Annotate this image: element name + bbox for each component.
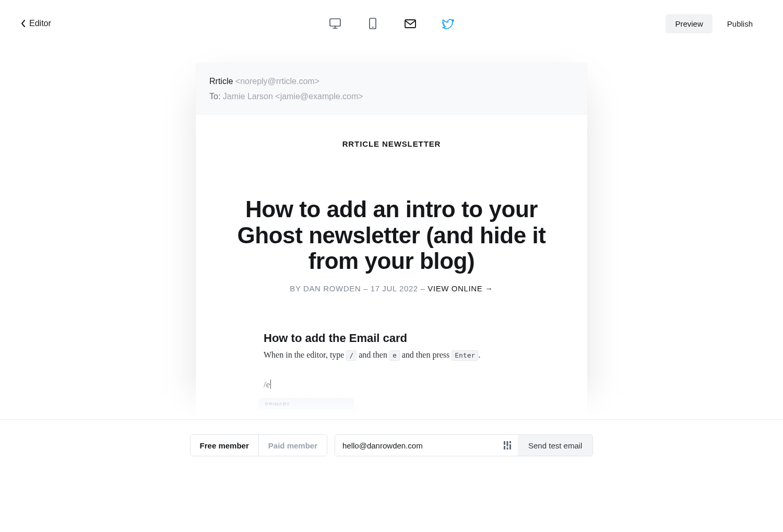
mail-icon: [404, 18, 417, 29]
editor-label: Editor: [29, 19, 51, 28]
svg-rect-10: [509, 441, 511, 443]
back-to-editor[interactable]: Editor: [21, 19, 51, 28]
svg-rect-8: [507, 441, 508, 446]
email-envelope-header: Rrticle <noreply@rrticle.com> To: Jamie …: [196, 63, 587, 114]
chevron-left-icon: [21, 20, 26, 27]
kbd-enter: Enter: [452, 350, 478, 361]
svg-rect-6: [504, 441, 505, 445]
free-member-toggle[interactable]: Free member: [191, 435, 258, 456]
from-address: <noreply@rrticle.com>: [235, 77, 319, 86]
email-body: RRTICLE NEWSLETTER How to add an intro t…: [196, 114, 587, 419]
post-title: How to add an intro to your Ghost newsle…: [231, 196, 552, 274]
svg-rect-9: [507, 447, 508, 450]
twitter-icon: [442, 18, 454, 29]
desktop-preview-button[interactable]: [329, 17, 341, 30]
send-test-email-button[interactable]: Send test email: [518, 435, 592, 456]
email-content: How to add the Email card When in the ed…: [264, 332, 519, 416]
slash-command-text: /e: [264, 380, 519, 390]
from-row: Rrticle <noreply@rrticle.com>: [209, 74, 574, 88]
preview-mode-switcher: [329, 17, 454, 30]
publish-button[interactable]: Publish: [718, 14, 762, 33]
slash-command-dropdown[interactable]: PRIMARY: [259, 398, 353, 416]
preview-stage: Rrticle <noreply@rrticle.com> To: Jamie …: [0, 47, 783, 419]
preview-button[interactable]: Preview: [666, 14, 712, 33]
svg-rect-11: [509, 444, 511, 450]
para-seg-a: When in the editor, type: [264, 350, 346, 359]
kbd-slash: /: [346, 350, 357, 361]
content-heading: How to add the Email card: [264, 332, 519, 345]
password-manager-icon[interactable]: [497, 435, 518, 456]
test-email-form: Send test email: [335, 434, 593, 456]
para-seg-d: .: [478, 350, 480, 359]
para-seg-c: and then press: [400, 350, 452, 359]
from-name: Rrticle: [209, 77, 233, 86]
to-label: To:: [209, 92, 220, 101]
mobile-preview-button[interactable]: [366, 17, 379, 30]
newsletter-title: RRTICLE NEWSLETTER: [226, 139, 557, 148]
svg-rect-5: [405, 20, 416, 28]
to-row: To: Jamie Larson <jamie@example.com>: [209, 89, 574, 103]
svg-rect-0: [330, 19, 340, 26]
onepassword-icon: [504, 441, 511, 450]
byline-text: BY DAN ROWDEN – 17 JUL 2022 –: [290, 284, 428, 293]
social-preview-button[interactable]: [442, 17, 454, 30]
svg-rect-7: [504, 446, 505, 450]
email-preview-button[interactable]: [404, 17, 417, 30]
byline: BY DAN ROWDEN – 17 JUL 2022 – VIEW ONLIN…: [226, 284, 557, 293]
email-preview-card: Rrticle <noreply@rrticle.com> To: Jamie …: [196, 63, 587, 419]
para-seg-b: and then: [357, 350, 389, 359]
to-value: Jamie Larson <jamie@example.com>: [223, 92, 363, 101]
text-caret-icon: [270, 380, 271, 389]
member-tier-toggle: Free member Paid member: [190, 434, 327, 456]
dropdown-body: [260, 409, 353, 416]
bottombar: Free member Paid member Send test email: [0, 419, 783, 532]
arrow-right-icon: →: [485, 284, 493, 293]
slash-e-text: /e: [264, 380, 270, 389]
paid-member-toggle[interactable]: Paid member: [258, 435, 327, 456]
mobile-icon: [369, 17, 377, 30]
bottombar-inner: Free member Paid member Send test email: [190, 434, 594, 532]
view-online-link[interactable]: VIEW ONLINE: [428, 284, 482, 293]
content-paragraph: When in the editor, type / and then e an…: [264, 350, 519, 361]
desktop-icon: [329, 18, 341, 29]
topbar: Editor Preview Publish: [0, 0, 783, 47]
topbar-actions: Preview Publish: [666, 14, 762, 33]
dropdown-section-label: PRIMARY: [260, 399, 353, 409]
kbd-e: e: [389, 350, 400, 361]
test-email-input[interactable]: [335, 435, 497, 456]
